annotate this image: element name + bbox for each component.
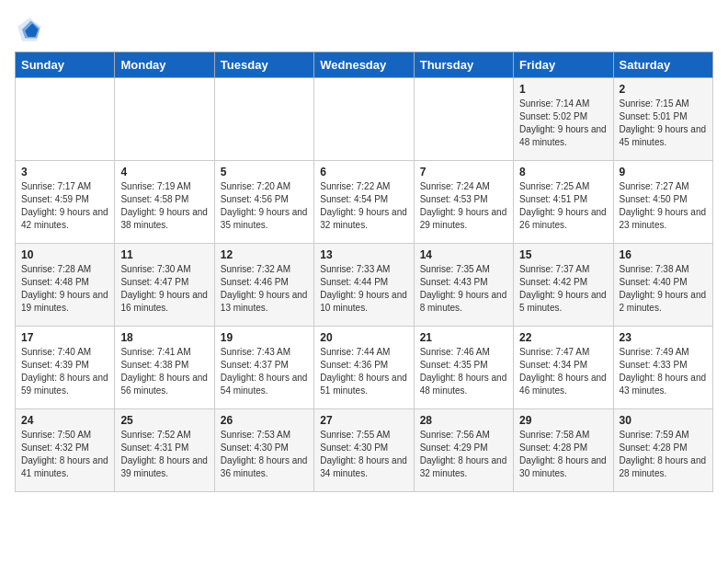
calendar-day-cell: 21Sunrise: 7:46 AM Sunset: 4:35 PM Dayli… — [414, 327, 513, 409]
day-info: Sunrise: 7:24 AM Sunset: 4:53 PM Dayligh… — [420, 180, 507, 232]
calendar-week-row: 17Sunrise: 7:40 AM Sunset: 4:39 PM Dayli… — [16, 327, 713, 409]
day-info: Sunrise: 7:38 AM Sunset: 4:40 PM Dayligh… — [620, 263, 707, 315]
day-number: 24 — [21, 414, 108, 427]
calendar-day-cell — [314, 78, 414, 161]
calendar-day-cell: 13Sunrise: 7:33 AM Sunset: 4:44 PM Dayli… — [314, 244, 414, 327]
day-number: 21 — [420, 331, 507, 344]
day-number: 25 — [120, 414, 208, 427]
day-number: 1 — [519, 83, 607, 96]
day-number: 20 — [320, 331, 407, 344]
day-info: Sunrise: 7:33 AM Sunset: 4:44 PM Dayligh… — [320, 263, 407, 315]
calendar-day-cell: 20Sunrise: 7:44 AM Sunset: 4:36 PM Dayli… — [314, 327, 414, 409]
day-of-week-header: Thursday — [414, 52, 513, 78]
day-info: Sunrise: 7:41 AM Sunset: 4:38 PM Dayligh… — [120, 346, 208, 397]
calendar-day-cell: 6Sunrise: 7:22 AM Sunset: 4:54 PM Daylig… — [314, 161, 414, 244]
calendar-week-row: 3Sunrise: 7:17 AM Sunset: 4:59 PM Daylig… — [16, 161, 713, 244]
calendar-day-cell: 29Sunrise: 7:58 AM Sunset: 4:28 PM Dayli… — [514, 409, 613, 492]
day-number: 3 — [21, 166, 108, 178]
day-info: Sunrise: 7:49 AM Sunset: 4:33 PM Dayligh… — [620, 346, 707, 397]
calendar-day-cell: 25Sunrise: 7:52 AM Sunset: 4:31 PM Dayli… — [115, 409, 214, 492]
logo — [15, 15, 48, 44]
day-info: Sunrise: 7:22 AM Sunset: 4:54 PM Dayligh… — [320, 180, 407, 232]
day-number: 17 — [21, 331, 108, 344]
calendar-header-row: SundayMondayTuesdayWednesdayThursdayFrid… — [16, 52, 713, 78]
day-of-week-header: Wednesday — [314, 52, 414, 78]
calendar-day-cell: 9Sunrise: 7:27 AM Sunset: 4:50 PM Daylig… — [613, 161, 712, 244]
day-number: 10 — [21, 248, 108, 261]
day-number: 18 — [120, 331, 208, 344]
calendar-day-cell: 19Sunrise: 7:43 AM Sunset: 4:37 PM Dayli… — [214, 327, 313, 409]
day-info: Sunrise: 7:27 AM Sunset: 4:50 PM Dayligh… — [620, 180, 707, 232]
day-number: 14 — [420, 248, 507, 261]
day-number: 8 — [519, 166, 607, 178]
day-number: 5 — [221, 166, 308, 178]
day-info: Sunrise: 7:56 AM Sunset: 4:29 PM Dayligh… — [420, 429, 507, 480]
day-number: 2 — [620, 83, 707, 96]
day-number: 6 — [320, 166, 407, 178]
day-number: 23 — [620, 331, 707, 344]
calendar-day-cell — [115, 78, 214, 161]
day-info: Sunrise: 7:28 AM Sunset: 4:48 PM Dayligh… — [21, 263, 108, 315]
day-info: Sunrise: 7:43 AM Sunset: 4:37 PM Dayligh… — [221, 346, 308, 397]
day-info: Sunrise: 7:17 AM Sunset: 4:59 PM Dayligh… — [21, 180, 108, 232]
day-of-week-header: Tuesday — [214, 52, 313, 78]
day-of-week-header: Monday — [115, 52, 214, 78]
calendar-day-cell: 18Sunrise: 7:41 AM Sunset: 4:38 PM Dayli… — [115, 327, 214, 409]
calendar-day-cell — [214, 78, 313, 161]
day-info: Sunrise: 7:14 AM Sunset: 5:02 PM Dayligh… — [519, 98, 607, 149]
calendar-day-cell: 22Sunrise: 7:47 AM Sunset: 4:34 PM Dayli… — [514, 327, 613, 409]
day-number: 16 — [620, 248, 707, 261]
day-info: Sunrise: 7:53 AM Sunset: 4:30 PM Dayligh… — [221, 429, 308, 480]
calendar-day-cell: 12Sunrise: 7:32 AM Sunset: 4:46 PM Dayli… — [214, 244, 313, 327]
day-info: Sunrise: 7:58 AM Sunset: 4:28 PM Dayligh… — [519, 429, 607, 480]
calendar-week-row: 24Sunrise: 7:50 AM Sunset: 4:32 PM Dayli… — [16, 409, 713, 492]
calendar-day-cell: 30Sunrise: 7:59 AM Sunset: 4:28 PM Dayli… — [613, 409, 712, 492]
day-info: Sunrise: 7:30 AM Sunset: 4:47 PM Dayligh… — [120, 263, 208, 315]
calendar-day-cell: 5Sunrise: 7:20 AM Sunset: 4:56 PM Daylig… — [214, 161, 313, 244]
day-number: 4 — [120, 166, 208, 178]
calendar-day-cell: 15Sunrise: 7:37 AM Sunset: 4:42 PM Dayli… — [514, 244, 613, 327]
day-info: Sunrise: 7:32 AM Sunset: 4:46 PM Dayligh… — [221, 263, 308, 315]
day-number: 27 — [320, 414, 407, 427]
calendar-day-cell: 7Sunrise: 7:24 AM Sunset: 4:53 PM Daylig… — [414, 161, 513, 244]
day-number: 13 — [320, 248, 407, 261]
calendar-day-cell: 10Sunrise: 7:28 AM Sunset: 4:48 PM Dayli… — [16, 244, 115, 327]
calendar-week-row: 1Sunrise: 7:14 AM Sunset: 5:02 PM Daylig… — [16, 78, 713, 161]
calendar-day-cell — [16, 78, 115, 161]
day-number: 12 — [221, 248, 308, 261]
day-of-week-header: Saturday — [613, 52, 712, 78]
day-info: Sunrise: 7:40 AM Sunset: 4:39 PM Dayligh… — [21, 346, 108, 397]
day-info: Sunrise: 7:47 AM Sunset: 4:34 PM Dayligh… — [519, 346, 607, 397]
calendar-week-row: 10Sunrise: 7:28 AM Sunset: 4:48 PM Dayli… — [16, 244, 713, 327]
calendar-day-cell: 23Sunrise: 7:49 AM Sunset: 4:33 PM Dayli… — [613, 327, 712, 409]
day-number: 19 — [221, 331, 308, 344]
day-number: 7 — [420, 166, 507, 178]
day-number: 11 — [120, 248, 208, 261]
day-info: Sunrise: 7:59 AM Sunset: 4:28 PM Dayligh… — [620, 429, 707, 480]
calendar-table: SundayMondayTuesdayWednesdayThursdayFrid… — [15, 52, 713, 492]
calendar-day-cell: 28Sunrise: 7:56 AM Sunset: 4:29 PM Dayli… — [414, 409, 513, 492]
day-info: Sunrise: 7:19 AM Sunset: 4:58 PM Dayligh… — [120, 180, 208, 232]
calendar-day-cell: 8Sunrise: 7:25 AM Sunset: 4:51 PM Daylig… — [514, 161, 613, 244]
calendar-day-cell: 16Sunrise: 7:38 AM Sunset: 4:40 PM Dayli… — [613, 244, 712, 327]
day-info: Sunrise: 7:35 AM Sunset: 4:43 PM Dayligh… — [420, 263, 507, 315]
day-number: 29 — [519, 414, 607, 427]
calendar-day-cell: 14Sunrise: 7:35 AM Sunset: 4:43 PM Dayli… — [414, 244, 513, 327]
logo-icon — [15, 15, 44, 44]
calendar-day-cell: 27Sunrise: 7:55 AM Sunset: 4:30 PM Dayli… — [314, 409, 414, 492]
calendar-day-cell: 2Sunrise: 7:15 AM Sunset: 5:01 PM Daylig… — [613, 78, 712, 161]
calendar-day-cell: 1Sunrise: 7:14 AM Sunset: 5:02 PM Daylig… — [514, 78, 613, 161]
day-of-week-header: Friday — [514, 52, 613, 78]
day-info: Sunrise: 7:44 AM Sunset: 4:36 PM Dayligh… — [320, 346, 407, 397]
page-header — [15, 15, 713, 44]
day-number: 26 — [221, 414, 308, 427]
day-number: 9 — [620, 166, 707, 178]
day-info: Sunrise: 7:20 AM Sunset: 4:56 PM Dayligh… — [221, 180, 308, 232]
day-number: 30 — [620, 414, 707, 427]
day-info: Sunrise: 7:37 AM Sunset: 4:42 PM Dayligh… — [519, 263, 607, 315]
calendar-day-cell: 11Sunrise: 7:30 AM Sunset: 4:47 PM Dayli… — [115, 244, 214, 327]
day-info: Sunrise: 7:46 AM Sunset: 4:35 PM Dayligh… — [420, 346, 507, 397]
calendar-day-cell: 17Sunrise: 7:40 AM Sunset: 4:39 PM Dayli… — [16, 327, 115, 409]
day-number: 15 — [519, 248, 607, 261]
calendar-day-cell: 26Sunrise: 7:53 AM Sunset: 4:30 PM Dayli… — [214, 409, 313, 492]
